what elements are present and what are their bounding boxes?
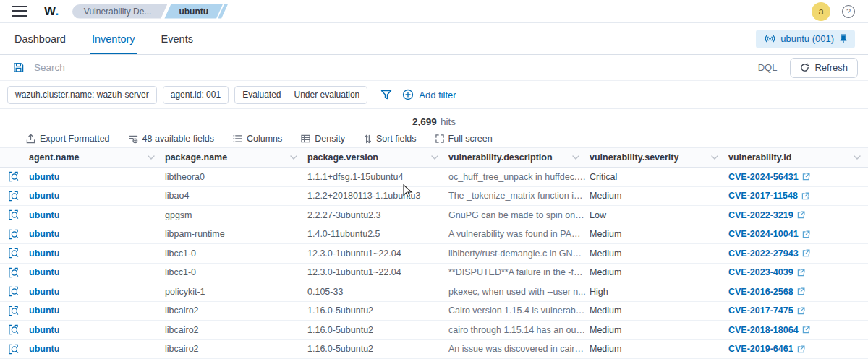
package-version-cell: 12.3.0-1ubuntu1~22.04: [305, 248, 446, 259]
package-version-cell: 12.3.0-1ubuntu1~22.04: [305, 267, 446, 277]
divider: [35, 4, 35, 20]
column-header-vulnerability-id[interactable]: vulnerability.id: [726, 148, 868, 167]
agent-name-link[interactable]: ubuntu: [29, 344, 59, 354]
save-icon[interactable]: [13, 62, 24, 73]
export-formatted-button[interactable]: Export Formatted: [26, 134, 110, 144]
cve-link[interactable]: CVE-2023-4039: [728, 267, 805, 277]
chevron-down-icon[interactable]: [431, 155, 438, 160]
help-icon[interactable]: ?: [842, 5, 855, 18]
column-header-vulnerability-severity[interactable]: vulnerability.severity: [587, 148, 726, 167]
refresh-button[interactable]: Refresh: [790, 58, 858, 78]
tab-inventory[interactable]: Inventory: [90, 23, 137, 54]
vulnerability-description-cell: A vulnerability was found in PAM. ...: [446, 229, 587, 239]
filter-bar: wazuh.cluster.name: wazuh-server agent.i…: [0, 81, 868, 109]
filter-option-under-evaluation[interactable]: Under evaluation: [294, 90, 360, 100]
breadcrumb-module[interactable]: Vulnerability De...: [72, 4, 168, 19]
column-header-label: vulnerability.id: [728, 152, 791, 163]
inspect-document-icon[interactable]: [0, 229, 26, 240]
search-bar: DQL Refresh: [0, 55, 868, 81]
cve-link[interactable]: CVE-2017-11548: [728, 191, 809, 201]
inspect-document-icon[interactable]: [0, 286, 26, 297]
table-header-spacer: [0, 148, 26, 167]
fullscreen-label: Full screen: [448, 134, 493, 144]
vulnerability-severity-cell: Medium: [587, 344, 726, 354]
cve-link[interactable]: CVE-2019-6461: [728, 344, 805, 354]
wazuh-logo[interactable]: W.: [44, 4, 59, 19]
add-filter-button[interactable]: Add filter: [402, 89, 456, 100]
inspect-document-icon[interactable]: [0, 344, 26, 355]
inspect-document-icon[interactable]: [0, 209, 26, 220]
vulnerability-severity-cell: Medium: [587, 191, 726, 201]
agent-name-link[interactable]: ubuntu: [29, 248, 59, 259]
column-header-package-version[interactable]: package.version: [305, 148, 446, 167]
external-link-icon: [797, 269, 805, 277]
inspect-document-icon[interactable]: [0, 306, 26, 316]
columns-button[interactable]: Columns: [233, 134, 282, 144]
density-button[interactable]: Density: [301, 134, 345, 144]
column-header-agent-name[interactable]: agent.name: [26, 148, 162, 167]
column-header-label: agent.name: [29, 152, 79, 163]
external-link-icon: [797, 211, 805, 219]
inspect-document-icon[interactable]: [0, 171, 26, 182]
cve-link[interactable]: CVE-2017-7475: [728, 306, 805, 316]
external-link-icon: [802, 249, 810, 257]
search-input[interactable]: [33, 61, 758, 74]
filter-pill-cluster[interactable]: wazuh.cluster.name: wazuh-server: [7, 86, 157, 104]
cve-link[interactable]: CVE-2024-56431: [728, 172, 810, 182]
vulnerability-severity-cell: Medium: [587, 306, 726, 316]
menu-icon[interactable]: [12, 6, 27, 17]
avatar[interactable]: a: [812, 2, 830, 21]
external-link-icon: [801, 192, 809, 200]
available-fields-button[interactable]: 48 available fields: [129, 134, 214, 144]
chevron-down-icon[interactable]: [711, 155, 718, 160]
agent-name-link[interactable]: ubuntu: [29, 210, 59, 220]
agent-badge[interactable]: ubuntu (001): [756, 30, 855, 48]
agent-badge-label: ubuntu (001): [780, 33, 834, 44]
inspect-document-icon[interactable]: [0, 248, 26, 259]
chevron-down-icon[interactable]: [572, 155, 579, 160]
filter-option-evaluated[interactable]: Evaluated: [242, 90, 281, 100]
dql-button[interactable]: DQL: [758, 62, 778, 73]
breadcrumb-agent[interactable]: ubuntu: [164, 4, 223, 19]
agent-name-link[interactable]: ubuntu: [29, 287, 59, 297]
external-link-icon: [802, 173, 810, 181]
sort-fields-button[interactable]: Sort fields: [364, 134, 417, 144]
cve-link[interactable]: CVE-2022-3219: [728, 210, 805, 220]
package-version-cell: 1.16.0-5ubuntu2: [305, 325, 446, 335]
filter-pill-agent-id[interactable]: agent.id: 001: [163, 86, 229, 104]
agent-name-link[interactable]: ubuntu: [29, 191, 59, 201]
table-row: ubuntulibtheora01.1.1+dfsg.1-15ubuntu4oc…: [0, 168, 868, 187]
vulnerability-description-cell: The _tokenize_matrix function in ...: [446, 191, 587, 201]
agent-name-link[interactable]: ubuntu: [29, 229, 59, 239]
cve-link[interactable]: CVE-2016-2568: [728, 287, 805, 297]
agent-name-link[interactable]: ubuntu: [29, 172, 59, 182]
package-version-cell: 1.1.1+dfsg.1-15ubuntu4: [305, 172, 446, 182]
tab-events[interactable]: Events: [160, 23, 195, 54]
column-header-label: vulnerability.severity: [590, 152, 678, 163]
chevron-down-icon[interactable]: [148, 155, 155, 160]
agent-name-link[interactable]: ubuntu: [29, 325, 59, 335]
filter-funnel-icon[interactable]: [380, 89, 392, 100]
fullscreen-button[interactable]: Full screen: [435, 134, 493, 144]
chevron-down-icon[interactable]: [854, 155, 861, 160]
cve-link[interactable]: CVE-2018-18064: [728, 325, 810, 335]
inspect-document-icon[interactable]: [0, 324, 26, 335]
package-version-cell: 2.2.27-3ubuntu2.3: [305, 210, 446, 220]
cve-link[interactable]: CVE-2022-27943: [728, 248, 810, 259]
vulnerability-severity-cell: High: [587, 287, 726, 297]
inspect-document-icon[interactable]: [0, 191, 26, 202]
inspect-document-icon[interactable]: [0, 267, 26, 278]
vulnerability-severity-cell: Medium: [587, 267, 726, 277]
vulnerability-severity-cell: Medium: [587, 248, 726, 259]
package-name-cell: libcc1-0: [162, 267, 305, 277]
pin-icon[interactable]: [839, 34, 848, 43]
chevron-down-icon[interactable]: [290, 155, 297, 160]
agent-name-link[interactable]: ubuntu: [29, 306, 59, 316]
package-name-cell: gpgsm: [162, 210, 305, 220]
table-row: ubuntulibpam-runtime1.4.0-11ubuntu2.5A v…: [0, 225, 868, 245]
column-header-vulnerability-description[interactable]: vulnerability.description: [446, 148, 587, 167]
agent-name-link[interactable]: ubuntu: [29, 267, 59, 277]
tab-dashboard[interactable]: Dashboard: [13, 23, 67, 54]
cve-link[interactable]: CVE-2024-10041: [728, 229, 810, 239]
column-header-package-name[interactable]: package.name: [162, 148, 305, 167]
